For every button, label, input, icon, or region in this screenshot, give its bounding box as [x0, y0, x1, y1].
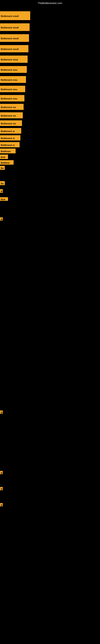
bottleneck-label-18: Bottlene: [0, 160, 14, 164]
bottleneck-label-1: Bottleneck result: [0, 11, 30, 20]
bottleneck-label-38: B: [0, 487, 3, 490]
bottleneck-label-37: B: [0, 471, 3, 474]
bottleneck-label-23: Bott: [0, 197, 8, 201]
bottleneck-label-4: Bottleneck result: [0, 45, 28, 52]
bottleneck-label-22: B: [0, 189, 3, 193]
bottleneck-label-34: B: [0, 410, 3, 414]
bottleneck-label-21: Bo: [0, 181, 5, 185]
bottleneck-label-13: Bottleneck re: [0, 128, 21, 134]
bottleneck-label-8: Bottleneck resu: [0, 86, 25, 92]
bottleneck-label-3: Bottleneck result: [0, 34, 29, 42]
bottleneck-label-15: Bottleneck re: [0, 142, 20, 147]
bottleneck-label-17: Bott: [0, 154, 8, 159]
site-title: TheBottlenecker.com: [0, 2, 100, 5]
bottleneck-label-14: Bottleneck re: [0, 135, 20, 140]
bottleneck-label-16: Bottlenec: [0, 148, 16, 153]
bottleneck-label-9: Bottleneck resu: [0, 95, 24, 102]
bottleneck-label-6: Bottleneck resu: [0, 66, 27, 73]
bottleneck-label-39: B: [0, 503, 3, 506]
bottleneck-label-19: Bo: [0, 166, 5, 170]
bottleneck-label-25: B: [0, 217, 3, 220]
bottleneck-label-12: Bottleneck res: [0, 120, 22, 126]
bottleneck-label-5: Bottleneck resul: [0, 56, 28, 63]
bottleneck-label-2: Bottleneck result: [0, 23, 30, 31]
bottleneck-label-11: Bottleneck res: [0, 112, 23, 118]
bottleneck-label-7: Bottleneck resu: [0, 76, 26, 83]
bottleneck-label-10: Bottleneck res: [0, 104, 24, 110]
